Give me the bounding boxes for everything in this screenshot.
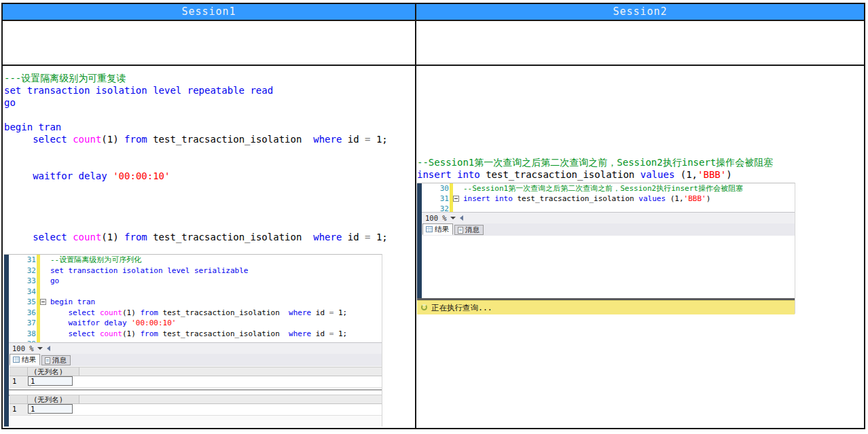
line-number: 36: [9, 308, 39, 319]
tab-results-label: 结果: [22, 355, 36, 365]
code-line: set transaction isolation level repeatab…: [4, 84, 415, 96]
spinner-icon: [421, 304, 427, 310]
table-row: 1 1: [10, 376, 382, 388]
session1-header: Session1: [3, 4, 416, 21]
code-line: 37 waitfor delay '00:00:10': [9, 318, 382, 329]
session1-sql-text: ---设置隔离级别为可重复读set transaction isolation …: [4, 72, 415, 243]
executing-status-bar: 正在执行查询...: [417, 300, 795, 314]
code-line: [4, 182, 415, 194]
code-line: waitfor delay '00:00:10': [4, 170, 415, 182]
line-number: 32: [9, 266, 39, 276]
editor-zoom-bar: 100 %: [422, 212, 795, 224]
tab-messages[interactable]: 消息: [454, 225, 484, 235]
results-tabbar: 结果 消息: [9, 354, 382, 366]
tab-messages-label: 消息: [465, 225, 480, 235]
grid-corner-cell[interactable]: [10, 395, 28, 403]
code-line: 30--Session1第一次查询之后第二次查询之前，Session2执行ins…: [422, 183, 795, 194]
collapse-region-icon[interactable]: [40, 299, 46, 305]
page: Session1 Session2 ---设置隔离级别为可重复读set tran…: [0, 0, 868, 434]
session2-header: Session2: [416, 4, 864, 21]
hscroll-left-arrow-icon[interactable]: [47, 346, 50, 351]
messages-icon: [458, 227, 463, 234]
result-grid-2: (无列名) 1 1: [10, 395, 382, 416]
tab-messages[interactable]: 消息: [41, 355, 71, 365]
line-number: 34: [9, 287, 39, 297]
code-line: ---设置隔离级别为可重复读: [4, 72, 415, 84]
tab-messages-label: 消息: [52, 355, 67, 365]
session1-empty-row: [3, 21, 416, 66]
result-cell[interactable]: 1: [28, 376, 73, 386]
grid-header-row: (无列名): [10, 395, 382, 404]
zoom-level-select[interactable]: 100 %: [425, 213, 447, 223]
line-number: 38: [9, 329, 39, 340]
code-line: select count(1) from test_tracsaction_is…: [4, 133, 415, 145]
tab-results-label: 结果: [435, 224, 449, 234]
code-line: [4, 158, 415, 170]
result-grid-1: (无列名) 1 1: [10, 367, 382, 388]
session1-screenshot-code: 31--设置隔离级别为可序列化32set transaction isolati…: [9, 255, 382, 342]
code-line: [4, 145, 415, 158]
session1-code-editor[interactable]: 31--设置隔离级别为可序列化32set transaction isolati…: [9, 255, 382, 342]
session2-empty-row: [416, 21, 864, 66]
grid-column-header[interactable]: (无列名): [28, 395, 79, 403]
grid-header-row: (无列名): [10, 367, 382, 376]
results-grid-icon: [13, 357, 20, 363]
grid-corner-cell[interactable]: [10, 367, 28, 376]
editor-zoom-bar: 100 %: [9, 342, 382, 355]
line-number: 31: [422, 194, 452, 204]
line-number: 30: [422, 183, 452, 194]
comparison-table: Session1 Session2 ---设置隔离级别为可重复读set tran…: [1, 3, 865, 429]
code-line: 31--设置隔离级别为可序列化: [9, 255, 382, 266]
results-grid-icon: [426, 226, 433, 232]
tab-results[interactable]: 结果: [422, 223, 453, 235]
zoom-level-select[interactable]: 100 %: [12, 344, 34, 353]
code-line: 32: [422, 204, 795, 212]
grid-column-header[interactable]: (无列名): [28, 367, 79, 376]
line-number: 37: [9, 318, 39, 329]
result-cell[interactable]: 1: [28, 404, 73, 414]
session2-code-editor[interactable]: 30--Session1第一次查询之后第二次查询之前，Session2执行ins…: [422, 183, 795, 212]
line-number: 31: [9, 255, 39, 266]
line-number: 35: [9, 297, 39, 308]
line-number: 32: [422, 204, 452, 212]
code-line: 33go: [9, 276, 382, 287]
session2-sql-text: --Session1第一次查询之后第二次查询之前，Session2执行inser…: [417, 156, 864, 181]
session2-screenshot-code: 30--Session1第一次查询之后第二次查询之前，Session2执行ins…: [422, 183, 795, 212]
code-line: begin tran: [4, 121, 415, 133]
code-line: [4, 219, 415, 231]
results-tabbar: 结果 消息: [422, 223, 795, 236]
session2-results-pane: [422, 236, 795, 298]
code-line: [4, 109, 415, 121]
code-line: 36 select count(1) from test_tracsaction…: [9, 308, 382, 319]
code-line: [4, 206, 415, 219]
session1-ssms-screenshot: 31--设置隔离级别为可序列化32set transaction isolati…: [4, 254, 382, 427]
session1-results-pane: (无列名) 1 1 (无列名) 1: [9, 366, 382, 427]
table-row: 1 1: [10, 404, 382, 416]
hscroll-left-arrow-icon[interactable]: [460, 215, 463, 221]
chevron-down-icon[interactable]: [450, 217, 456, 219]
code-line: 38 select count(1) from test_tracsaction…: [9, 329, 382, 340]
code-line: go: [4, 96, 415, 109]
code-line: 31insert into test_tracsaction_isolation…: [422, 194, 795, 204]
code-line: insert into test_tracsaction_isolation v…: [417, 168, 864, 181]
code-line: [4, 194, 415, 206]
tab-results[interactable]: 结果: [10, 354, 40, 365]
session2-ssms-screenshot: 30--Session1第一次查询之后第二次查询之前，Session2执行ins…: [417, 183, 795, 314]
status-text: 正在执行查询...: [431, 301, 492, 314]
session1-cell: ---设置隔离级别为可重复读set transaction isolation …: [3, 66, 416, 428]
collapse-region-icon[interactable]: [453, 196, 459, 202]
code-line: select count(1) from test_tracsaction_is…: [4, 231, 415, 243]
messages-icon: [45, 357, 50, 364]
line-number: 33: [9, 276, 39, 287]
code-line: --Session1第一次查询之后第二次查询之前，Session2执行inser…: [417, 156, 864, 168]
chevron-down-icon[interactable]: [37, 347, 43, 350]
session2-cell: --Session1第一次查询之后第二次查询之前，Session2执行inser…: [416, 66, 864, 428]
code-line: 34: [9, 287, 382, 297]
code-line: 35begin tran: [9, 297, 382, 308]
code-line: 32set transaction isolation level serial…: [9, 266, 382, 276]
